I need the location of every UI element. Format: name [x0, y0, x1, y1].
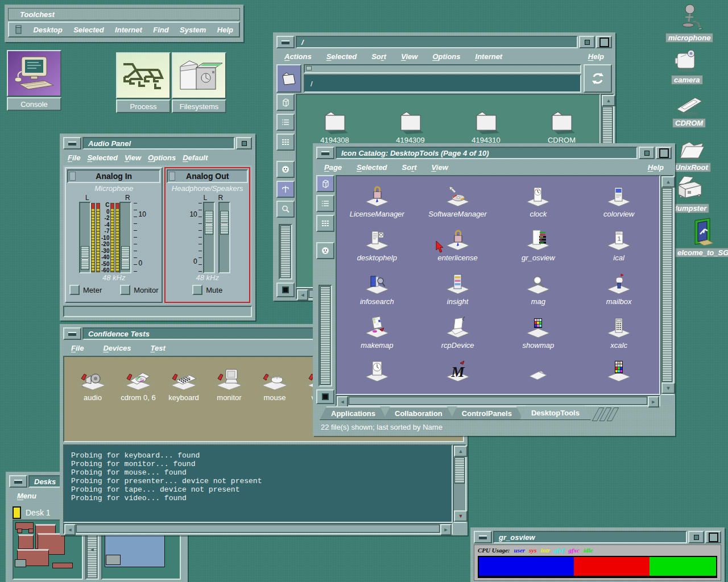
- menu-selected[interactable]: Selected: [357, 163, 387, 172]
- slider-thumb[interactable]: [220, 211, 229, 235]
- catalog-icon-enterlicense[interactable]: enterlicense: [417, 228, 498, 272]
- unixroot-desktop-icon[interactable]: UnixRoot: [672, 136, 711, 172]
- device-mouse[interactable]: mouse: [252, 366, 297, 402]
- scroll-thumb[interactable]: [76, 525, 440, 533]
- catalog-icon-partial-2[interactable]: M: [417, 359, 498, 395]
- menu-help[interactable]: Help: [648, 163, 664, 172]
- icon-catalog-titlebar[interactable]: Icon Catalog: DesktopTools (Page 4 of 10…: [316, 147, 672, 159]
- catalog-icon-colorview[interactable]: colorview: [578, 184, 659, 228]
- catalog-icon-ical[interactable]: MAY1 ical: [578, 228, 659, 272]
- menu-menu[interactable]: Menu: [17, 492, 36, 500]
- slider-thumb[interactable]: [81, 246, 89, 270]
- menu-help[interactable]: Help: [217, 26, 233, 34]
- welcome-to-sgi-desktop-icon[interactable]: elcome_to_SGI: [675, 217, 728, 257]
- menu-internet[interactable]: Internet: [115, 26, 142, 34]
- sidebar-collapse-button[interactable]: [316, 389, 334, 404]
- menu-file[interactable]: File: [71, 344, 84, 352]
- folder-up-button[interactable]: [276, 64, 301, 93]
- folder-item[interactable]: 4194310: [455, 109, 518, 144]
- scroll-thumb[interactable]: [349, 397, 647, 405]
- analog-out-right-slider[interactable]: [218, 202, 230, 273]
- catalog-icon-licensemanager[interactable]: LicenseManager: [337, 184, 417, 228]
- log-vertical-scrollbar[interactable]: ▲ ▼: [453, 444, 466, 523]
- menu-options[interactable]: Options: [148, 153, 176, 162]
- menu-file[interactable]: File: [68, 153, 80, 162]
- microphone-desktop-icon[interactable]: microphone: [665, 3, 713, 43]
- list-view-button[interactable]: [276, 114, 295, 131]
- maximize-button[interactable]: [705, 531, 721, 543]
- folder-item[interactable]: 4194309: [379, 109, 442, 144]
- cdrom-desktop-icon[interactable]: CDROM: [672, 92, 706, 128]
- catalog-icon-makemap[interactable]: makemap: [337, 315, 417, 359]
- sidebar-scrollbar[interactable]: [279, 224, 292, 280]
- filesystems-desktop-icon[interactable]: Filesystems: [172, 52, 226, 113]
- analog-in-right-slider[interactable]: [119, 202, 131, 273]
- thumbnail-view-button[interactable]: [276, 161, 295, 178]
- path-field[interactable]: /: [304, 74, 581, 93]
- window-menu-button[interactable]: [474, 531, 492, 543]
- toolchest-titlebar[interactable]: Toolchest: [8, 8, 240, 20]
- catalog-icon-xcalc[interactable]: xcalc: [578, 315, 659, 359]
- sidebar-scrollbar-thumb[interactable]: [320, 286, 330, 385]
- column-view-button[interactable]: [316, 215, 334, 232]
- catalog-icon-clock[interactable]: clock: [498, 184, 579, 228]
- sidebar-scrollbar[interactable]: [318, 285, 332, 386]
- file-manager-titlebar[interactable]: /: [276, 36, 612, 48]
- device-cdrom[interactable]: cdrom 0, 6: [115, 366, 161, 402]
- window-menu-button[interactable]: [9, 475, 27, 488]
- menu-view[interactable]: View: [401, 52, 417, 61]
- sidebar-collapse-button[interactable]: [276, 282, 295, 297]
- icon-catalog-horizontal-scrollbar[interactable]: ◄ ►: [336, 395, 660, 406]
- menu-test[interactable]: Test: [151, 344, 166, 352]
- list-view-button[interactable]: [316, 195, 334, 212]
- menu-find[interactable]: Find: [153, 26, 168, 34]
- gr-osview-titlebar[interactable]: gr_osview: [474, 531, 721, 543]
- menu-help[interactable]: Help: [588, 52, 604, 61]
- audio-panel-titlebar[interactable]: Audio Panel: [63, 137, 252, 149]
- catalog-icon-partial-3[interactable]: [498, 359, 579, 395]
- scroll-up-button[interactable]: ▲: [661, 176, 675, 188]
- catalog-icon-mag[interactable]: mag: [498, 272, 579, 315]
- folder-item[interactable]: 4194308: [304, 109, 366, 144]
- minimize-button[interactable]: [579, 36, 595, 48]
- maximize-button[interactable]: [596, 36, 612, 48]
- dumpster-desktop-icon[interactable]: dumpster: [670, 174, 709, 213]
- console-desktop-icon[interactable]: Console: [7, 50, 61, 111]
- menu-options[interactable]: Options: [432, 52, 460, 61]
- column-view-button[interactable]: [276, 134, 295, 151]
- scroll-down-button[interactable]: ▼: [661, 383, 675, 394]
- catalog-icon-partial-1[interactable]: [337, 359, 417, 395]
- scroll-thumb[interactable]: [662, 188, 672, 382]
- icon-view-button[interactable]: [276, 94, 295, 111]
- tab-desktoptools[interactable]: DesktopTools: [520, 405, 591, 420]
- minimize-button[interactable]: [639, 147, 655, 159]
- camera-desktop-icon[interactable]: camera: [671, 47, 703, 85]
- scroll-left-button[interactable]: ◄: [64, 524, 76, 535]
- minimize-button[interactable]: [688, 531, 704, 543]
- window-menu-button[interactable]: [63, 137, 81, 149]
- menu-sort[interactable]: Sort: [371, 52, 386, 61]
- menu-devices[interactable]: Devices: [103, 344, 131, 352]
- scroll-down-button[interactable]: ▼: [454, 510, 468, 522]
- catalog-icon-gr-osview[interactable]: gr_osview: [498, 228, 579, 272]
- tab-controlpanels[interactable]: ControlPanels: [450, 406, 523, 420]
- catalog-icon-infosearch[interactable]: infosearch: [337, 272, 417, 315]
- catalog-icon-partial-4[interactable]: [578, 359, 659, 395]
- toolchest-jar-icon[interactable]: [15, 25, 22, 34]
- menu-desktop[interactable]: Desktop: [33, 26, 62, 34]
- catalog-icon-rcpdevice[interactable]: rcpDevice: [417, 315, 498, 359]
- device-keyboard[interactable]: keyboard: [161, 366, 206, 402]
- scroll-right-button[interactable]: ►: [440, 524, 452, 535]
- menu-default[interactable]: Default: [183, 153, 208, 162]
- device-monitor[interactable]: monitor: [206, 366, 252, 402]
- menu-selected[interactable]: Selected: [73, 26, 104, 34]
- analog-in-left-slider[interactable]: [79, 202, 91, 273]
- log-horizontal-scrollbar[interactable]: ◄ ►: [63, 523, 453, 534]
- recycle-button[interactable]: [584, 64, 612, 93]
- path-bar-handle[interactable]: [304, 64, 581, 73]
- menu-actions[interactable]: Actions: [284, 52, 312, 61]
- maximize-button[interactable]: [656, 147, 672, 159]
- catalog-icon-mailbox[interactable]: mailbox: [578, 272, 659, 315]
- scroll-up-button[interactable]: ▲: [602, 95, 615, 106]
- menu-selected[interactable]: Selected: [326, 52, 357, 61]
